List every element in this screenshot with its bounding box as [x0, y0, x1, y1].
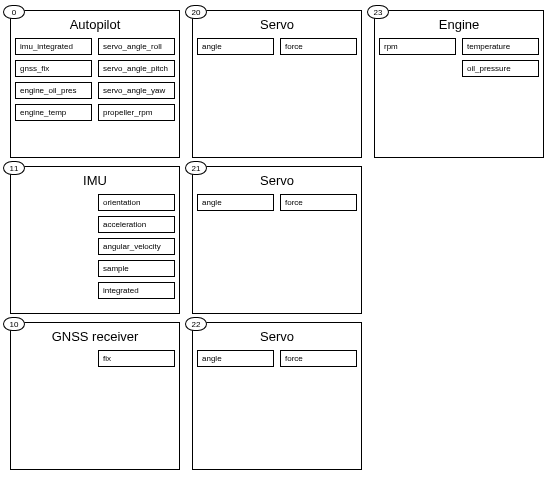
- ports-left: angle: [197, 38, 274, 55]
- ports-container: angleforce: [197, 350, 357, 367]
- node-id-badge: 22: [185, 317, 207, 331]
- port-output[interactable]: force: [280, 194, 357, 211]
- node-title: Servo: [197, 17, 357, 32]
- ports-container: angleforce: [197, 38, 357, 55]
- ports-left: angle: [197, 194, 274, 211]
- ports-container: rpmtemperatureoil_pressure: [379, 38, 539, 77]
- node[interactable]: 11IMUorientationaccelerationangular_velo…: [10, 166, 180, 314]
- port-output[interactable]: servo_angle_roll: [98, 38, 175, 55]
- port-output[interactable]: oil_pressure: [462, 60, 539, 77]
- port-input[interactable]: angle: [197, 350, 274, 367]
- port-output[interactable]: fix: [98, 350, 175, 367]
- ports-right: force: [280, 350, 357, 367]
- ports-left: imu_integratedgnss_fixengine_oil_preseng…: [15, 38, 92, 121]
- ports-container: angleforce: [197, 194, 357, 211]
- ports-right: force: [280, 38, 357, 55]
- node[interactable]: 21Servoangleforce: [192, 166, 362, 314]
- ports-right: orientationaccelerationangular_velocitys…: [98, 194, 175, 299]
- port-input[interactable]: engine_temp: [15, 104, 92, 121]
- node-id-badge: 10: [3, 317, 25, 331]
- ports-left: [15, 194, 92, 299]
- ports-container: fix: [15, 350, 175, 367]
- ports-container: orientationaccelerationangular_velocitys…: [15, 194, 175, 299]
- node-title: Servo: [197, 173, 357, 188]
- port-input[interactable]: angle: [197, 38, 274, 55]
- node[interactable]: 0Autopilotimu_integratedgnss_fixengine_o…: [10, 10, 180, 158]
- port-input[interactable]: gnss_fix: [15, 60, 92, 77]
- node-grid: 0Autopilotimu_integratedgnss_fixengine_o…: [10, 10, 535, 470]
- node-id-badge: 11: [3, 161, 25, 175]
- node-id-badge: 23: [367, 5, 389, 19]
- port-input[interactable]: angle: [197, 194, 274, 211]
- ports-right: fix: [98, 350, 175, 367]
- node[interactable]: 22Servoangleforce: [192, 322, 362, 470]
- node-title: GNSS receiver: [15, 329, 175, 344]
- port-input[interactable]: imu_integrated: [15, 38, 92, 55]
- node[interactable]: 20Servoangleforce: [192, 10, 362, 158]
- node-title: Servo: [197, 329, 357, 344]
- port-output[interactable]: orientation: [98, 194, 175, 211]
- port-output[interactable]: force: [280, 350, 357, 367]
- node[interactable]: 10GNSS receiverfix: [10, 322, 180, 470]
- port-output[interactable]: force: [280, 38, 357, 55]
- ports-left: rpm: [379, 38, 456, 77]
- ports-left: angle: [197, 350, 274, 367]
- node-title: Engine: [379, 17, 539, 32]
- node-id-badge: 21: [185, 161, 207, 175]
- node-id-badge: 0: [3, 5, 25, 19]
- port-output[interactable]: angular_velocity: [98, 238, 175, 255]
- port-output[interactable]: propeller_rpm: [98, 104, 175, 121]
- ports-right: servo_angle_rollservo_angle_pitchservo_a…: [98, 38, 175, 121]
- ports-right: force: [280, 194, 357, 211]
- port-output[interactable]: sample: [98, 260, 175, 277]
- port-input[interactable]: rpm: [379, 38, 456, 55]
- ports-right: temperatureoil_pressure: [462, 38, 539, 77]
- node-id-badge: 20: [185, 5, 207, 19]
- port-output[interactable]: servo_angle_pitch: [98, 60, 175, 77]
- ports-container: imu_integratedgnss_fixengine_oil_preseng…: [15, 38, 175, 121]
- node-title: Autopilot: [15, 17, 175, 32]
- port-output[interactable]: temperature: [462, 38, 539, 55]
- node-title: IMU: [15, 173, 175, 188]
- ports-left: [15, 350, 92, 367]
- port-input[interactable]: engine_oil_pres: [15, 82, 92, 99]
- port-output[interactable]: integrated: [98, 282, 175, 299]
- port-output[interactable]: servo_angle_yaw: [98, 82, 175, 99]
- node[interactable]: 23Enginerpmtemperatureoil_pressure: [374, 10, 544, 158]
- port-output[interactable]: acceleration: [98, 216, 175, 233]
